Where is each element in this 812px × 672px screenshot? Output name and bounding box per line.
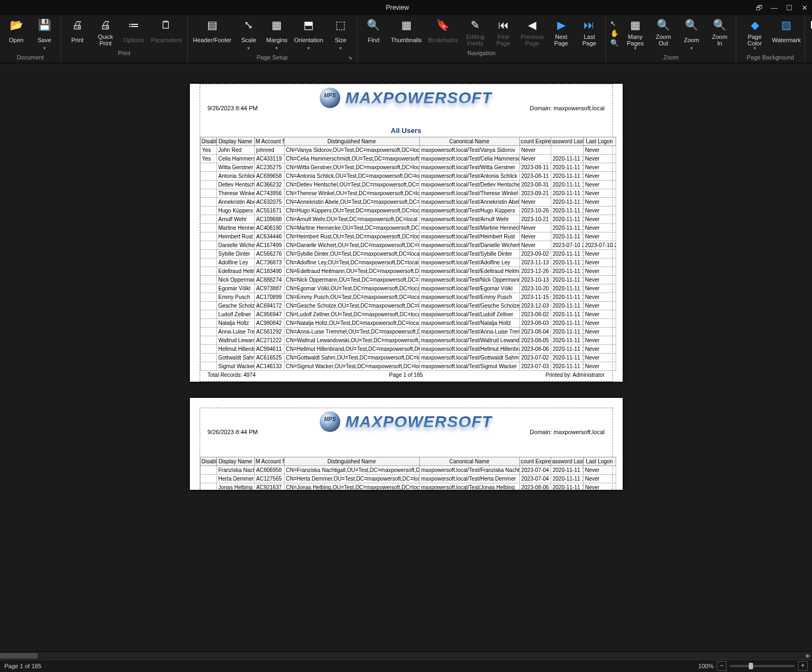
zoom-in-small-button[interactable]: + <box>798 661 808 671</box>
dropdown-arrow-icon: ▾ <box>43 45 46 51</box>
zoom-slider[interactable] <box>730 665 795 667</box>
table-cell: 2023-10-26 0 <box>519 207 551 215</box>
table-cell: Never <box>583 155 616 163</box>
editing-fields-button: ✎Editing Fields <box>461 16 490 48</box>
zoom-slider-knob[interactable] <box>749 663 753 669</box>
parameters-icon: 🗒 <box>160 18 173 31</box>
table-row: Arnulf WehrAC109688CN=Arnulf Wehr,OU=Tes… <box>200 215 616 224</box>
zoom-button[interactable]: 🔍Zoom▾ <box>677 16 705 52</box>
table-cell: Danielle Wichert <box>216 241 254 250</box>
previous-page-icon: ◀ <box>526 18 539 31</box>
quick-print-button[interactable]: 🖨Quick Print <box>91 16 120 48</box>
table-row: Egomar VölklAC973887CN=Egomar Völkl,OU=T… <box>200 284 616 293</box>
table-cell: AC921637 <box>254 483 284 490</box>
export-to-button[interactable]: PDFExport To▾ <box>807 16 812 52</box>
save-button[interactable]: 💾Save▾ <box>30 16 58 52</box>
table-cell: CN=Danielle Wichert,OU=Test,DC=maxpowers… <box>284 241 419 250</box>
maximize-icon[interactable]: ☐ <box>782 0 797 15</box>
restore-down-icon[interactable]: 🗗 <box>751 0 767 15</box>
table-cell: Egomar Völkl <box>216 284 254 293</box>
print-button[interactable]: 🖨Print <box>63 16 91 48</box>
find-icon: 🔍 <box>367 18 380 31</box>
pointer-tool-button[interactable]: ↖ <box>610 19 619 29</box>
table-cell: 2023-08-11 0 <box>519 163 551 172</box>
table-cell: maxpowersoft.local/Test/Adolfine Ley <box>419 258 519 267</box>
horizontal-scrollbar[interactable]: ◀ ▶ <box>0 651 812 660</box>
table-cell: Arnulf Wehr <box>216 215 254 224</box>
margins-button[interactable]: ▦Margins▾ <box>263 16 291 52</box>
table-cell: John Red <box>216 146 254 155</box>
table-cell: CN=Arnulf Wehr,OU=Test,DC=maxpowersoft,D… <box>284 215 419 224</box>
bookmarks-icon: 🔖 <box>437 18 450 31</box>
thumbnails-button[interactable]: ▦Thumbnails <box>388 16 425 48</box>
previous-page-button: ◀Previous Page <box>518 16 547 48</box>
hand-tool-button[interactable]: ✋ <box>610 29 619 39</box>
table-row: Nick OppermanAC888274CN=Nick Oppermann,O… <box>200 276 616 284</box>
table-row: Ludolf ZellnerAC956947CN=Ludolf Zellner,… <box>200 310 616 319</box>
size-button[interactable]: ⬚Size▾ <box>327 16 355 52</box>
first-page-button-label: First Page <box>497 34 511 46</box>
next-page-button[interactable]: ▶Next Page <box>547 16 575 48</box>
zoom-out-button[interactable]: 🔍Zoom Out <box>649 16 677 52</box>
table-cell: maxpowersoft.local/Test/Franziska Nachti… <box>419 466 519 475</box>
minimize-icon[interactable]: — <box>767 0 782 15</box>
table-cell: Never <box>583 302 616 310</box>
magnifier-tool-button[interactable]: 🔍 <box>610 39 619 49</box>
table-cell <box>200 293 216 302</box>
table-cell <box>200 336 216 345</box>
window-close-icon[interactable]: ✕ <box>797 0 812 15</box>
table-cell: johnred <box>254 146 284 155</box>
last-page-button[interactable]: ⏭Last Page <box>575 16 603 48</box>
table-cell: 2023-07-04 0 <box>519 466 551 475</box>
table-cell: AC146133 <box>254 362 284 371</box>
scroll-thumb[interactable] <box>0 653 38 658</box>
first-page-button: ⏮First Page <box>490 16 518 48</box>
options-button-label: Options <box>123 34 144 46</box>
table-row: Hugo KüppersAC551671CN=Hugo Küppers,OU=T… <box>200 207 616 215</box>
column-header: assword Last S <box>551 457 583 466</box>
table-cell: maxpowersoft.local/Test/Antonia Schlick <box>419 172 519 181</box>
table-cell <box>200 362 216 371</box>
header-footer-button[interactable]: ▤Header/Footer <box>190 16 235 52</box>
logo-sphere-icon <box>320 411 340 432</box>
table-cell: 2020-11-11 14 <box>551 181 583 189</box>
document-area[interactable]: 9/26/2023 8:44 PM MAXPOWERSOFT Domain: m… <box>0 63 812 651</box>
find-button[interactable]: 🔍Find <box>360 16 388 48</box>
zoom-in-button[interactable]: 🔍Zoom In <box>705 16 734 52</box>
table-cell <box>200 181 216 189</box>
scale-button[interactable]: ⤡Scale▾ <box>235 16 263 52</box>
table-cell: CN=Egomar Völkl,OU=Test,DC=maxpowersoft,… <box>284 284 419 293</box>
table-cell: Ludolf Zellner <box>216 310 254 319</box>
table-cell: maxpowersoft.local/Test/Herta Demmer <box>419 475 519 483</box>
table-cell <box>200 198 216 207</box>
table-cell: 2020-11-11 14 <box>551 475 583 483</box>
many-pages-button[interactable]: ▦Many Pages▾ <box>621 16 649 52</box>
footer-page: Page 1 of 185 <box>340 372 472 378</box>
table-cell: Never <box>583 319 616 328</box>
size-button-label: Size <box>335 34 346 46</box>
table-row: Natalja HoltzAC980842CN=Natalja Holtz,OU… <box>200 319 616 328</box>
table-cell: 2023-12-26 0 <box>519 267 551 276</box>
table-cell <box>200 302 216 310</box>
zoom-out-small-button[interactable]: − <box>717 661 727 671</box>
table-row: Jonas HelbingAC921637CN=Jonas Helbing,OU… <box>200 483 616 490</box>
open-button[interactable]: 📂Open <box>2 16 30 52</box>
table-cell: 2023-08-03 0 <box>519 319 551 328</box>
orientation-button[interactable]: ⬒Orientation▾ <box>291 16 327 52</box>
watermark-button[interactable]: ▨Watermark <box>771 16 802 52</box>
table-cell <box>200 475 216 483</box>
table-cell: AC127565 <box>254 475 284 483</box>
logo-text: MAXPOWERSOFT <box>345 412 492 431</box>
table-cell: maxpowersoft.local/Test/Detlev Hentschel <box>419 181 519 189</box>
table-row: Waltrud LewandAC271222CN=Waltrud Lewando… <box>200 336 616 345</box>
table-row: Sigmut WackerAC146133CN=Sigmut Wacker,OU… <box>200 362 616 371</box>
scroll-right-icon[interactable]: ▶ <box>804 652 812 660</box>
table-cell: Never <box>583 276 616 284</box>
table-cell: 2023-10-13 0 <box>519 276 551 284</box>
table-cell: CN=Vanya Sidorov,OU=Test,DC=maxpowersoft… <box>284 146 419 155</box>
page-color-button[interactable]: ◆Page Color▾ <box>738 16 770 52</box>
ribbon-group-label: Print <box>63 48 185 58</box>
save-icon: 💾 <box>38 18 51 31</box>
table-cell: 2023-07-02 0 <box>519 354 551 362</box>
dialog-launcher-icon[interactable]: ⬊ <box>348 55 353 61</box>
